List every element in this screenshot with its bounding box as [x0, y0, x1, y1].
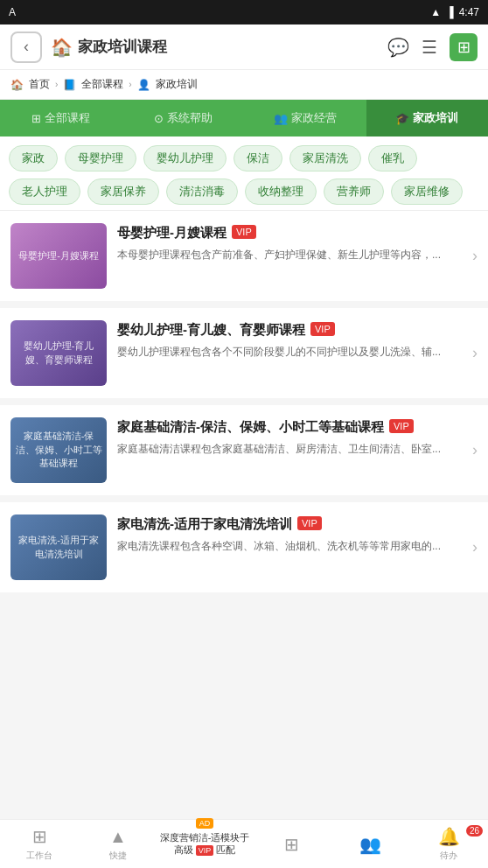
course-info-4: 家电清洗-适用于家电清洗培训 VIP 家电清洗课程包含各种空调、冰箱、油烟机、洗…	[117, 514, 462, 555]
breadcrumb-all[interactable]: 全部课程	[81, 77, 123, 92]
tab-navigation: ⊞ 全部课程 ⊙ 系统帮助 👥 家政经营 🎓 家政培训	[0, 100, 488, 136]
tab-manage-icon: 👥	[274, 112, 288, 125]
page-title: 🏠 家政培训课程	[51, 37, 379, 58]
signal-icon: ▐	[446, 6, 454, 18]
vip-badge-4: VIP	[297, 516, 322, 530]
breadcrumb-current: 家政培训	[156, 77, 198, 92]
bottom-navigation: ⊞ 工作台 ▲ 快捷 AD 深度营销洁-适模块于高级 VIP 匹配 ⊞ 👥 🔔 …	[0, 819, 488, 868]
thumb-image-2: 婴幼儿护理-育儿嫂、育婴师课程	[10, 320, 107, 386]
person-icon: 👤	[137, 79, 150, 91]
workbench-icon: ⊞	[32, 826, 47, 847]
cat-tag-6[interactable]: 老人护理	[9, 178, 80, 205]
time-display: 4:47	[459, 6, 479, 18]
cat-tag-11[interactable]: 家居维修	[391, 178, 463, 205]
workbench-label: 工作台	[26, 850, 52, 862]
grid-action-button[interactable]: ⊞	[450, 33, 478, 61]
grid-nav-icon: ⊞	[284, 834, 299, 855]
course-info-1: 母婴护理-月嫂课程 VIP 本母婴护理课程包含产前准备、产妇护理保健、新生儿护理…	[117, 223, 462, 263]
course-desc-1: 本母婴护理课程包含产前准备、产妇护理保健、新生儿护理等内容，...	[117, 247, 462, 263]
cat-tag-7[interactable]: 家居保养	[87, 178, 159, 205]
tab-manage-label: 家政经营	[291, 110, 337, 126]
thumb-image-1: 母婴护理-月嫂课程	[10, 223, 107, 289]
course-title-row-2: 婴幼儿护理-育儿嫂、育婴师课程 VIP	[117, 320, 462, 339]
contacts-icon: 👥	[359, 834, 381, 855]
course-info-3: 家庭基础清洁-保洁、保姆、小时工等基础课程 VIP 家庭基础清洁课程包含家庭基础…	[117, 417, 462, 458]
thumb-image-4: 家电清洗-适用于家电清洗培训	[10, 514, 107, 580]
course-thumbnail-3: 家庭基础清洁-保洁、保姆、小时工等基础课程	[10, 417, 107, 483]
table-row[interactable]: 婴幼儿护理-育儿嫂、育婴师课程 婴幼儿护理-育儿嫂、育婴师课程 VIP 婴幼儿护…	[0, 308, 488, 398]
notify-label: 待办	[440, 850, 457, 862]
cat-tag-3[interactable]: 保洁	[234, 145, 282, 172]
cat-tag-9[interactable]: 收纳整理	[245, 178, 317, 205]
cat-tag-0[interactable]: 家政	[9, 145, 58, 172]
vip-badge-2: VIP	[310, 322, 335, 336]
course-thumbnail-2: 婴幼儿护理-育儿嫂、育婴师课程	[10, 320, 107, 386]
nav-quick[interactable]: ▲ 快捷	[79, 820, 157, 868]
nav-workbench[interactable]: ⊞ 工作台	[0, 820, 79, 868]
vip-badge-3: VIP	[389, 419, 414, 433]
tab-help-label: 系统帮助	[167, 110, 213, 126]
back-button[interactable]: ‹	[10, 32, 42, 63]
grid-icon: ⊞	[457, 38, 471, 57]
tab-all-label: 全部课程	[45, 110, 90, 126]
tab-system-help[interactable]: ⊙ 系统帮助	[122, 100, 245, 136]
course-title-1: 母婴护理-月嫂课程	[117, 223, 227, 242]
course-thumbnail-4: 家电清洗-适用于家电清洗培训	[10, 514, 107, 580]
vip-badge-1: VIP	[232, 225, 256, 239]
nav-notify[interactable]: 🔔 待办 26	[409, 820, 488, 868]
status-bar: A ▲ ▐ 4:47	[0, 0, 488, 24]
ad-text-2: 匹配	[216, 844, 235, 855]
tab-training-icon: 🎓	[395, 112, 409, 125]
status-right: ▲ ▐ 4:47	[430, 6, 479, 18]
message-icon[interactable]: 💬	[387, 37, 409, 58]
course-title-row-1: 母婴护理-月嫂课程 VIP	[117, 223, 462, 242]
course-desc-2: 婴幼儿护理课程包含各个不同阶段婴儿的不同护理以及婴儿洗澡、辅...	[117, 344, 462, 360]
course-title-row-3: 家庭基础清洁-保洁、保姆、小时工等基础课程 VIP	[117, 417, 462, 436]
course-title-3: 家庭基础清洁-保洁、保姆、小时工等基础课程	[117, 417, 384, 436]
tab-all-icon: ⊞	[31, 112, 41, 125]
menu-icon[interactable]: ☰	[422, 37, 437, 58]
tab-help-icon: ⊙	[154, 112, 164, 125]
header: ‹ 🏠 家政培训课程 💬 ☰ ⊞	[0, 24, 488, 70]
course-list: 母婴护理-月嫂课程 母婴护理-月嫂课程 VIP 本母婴护理课程包含产前准备、产妇…	[0, 211, 488, 592]
bell-icon: 🔔	[438, 826, 460, 847]
breadcrumb-home[interactable]: 首页	[29, 77, 50, 92]
home-icon: 🏠	[51, 37, 73, 58]
cat-tag-10[interactable]: 营养师	[324, 178, 384, 205]
table-row[interactable]: 母婴护理-月嫂课程 母婴护理-月嫂课程 VIP 本母婴护理课程包含产前准备、产妇…	[0, 211, 488, 301]
tab-all-courses[interactable]: ⊞ 全部课程	[0, 100, 122, 136]
table-row[interactable]: 家庭基础清洁-保洁、保姆、小时工等基础课程 家庭基础清洁-保洁、保姆、小时工等基…	[0, 405, 488, 495]
quick-label: 快捷	[109, 850, 127, 862]
course-info-2: 婴幼儿护理-育儿嫂、育婴师课程 VIP 婴幼儿护理课程包含各个不同阶段婴儿的不同…	[117, 320, 462, 360]
cat-tag-8[interactable]: 清洁消毒	[166, 178, 238, 205]
table-row[interactable]: 家电清洗-适用于家电清洗培训 家电清洗-适用于家电清洗培训 VIP 家电清洗课程…	[0, 502, 488, 592]
cat-tag-1[interactable]: 母婴护理	[65, 145, 136, 172]
chevron-right-icon-3: ›	[472, 441, 478, 459]
book-icon: 📘	[63, 79, 76, 91]
home-icon-breadcrumb: 🏠	[10, 79, 24, 91]
notify-badge: 26	[466, 825, 483, 836]
status-carrier: A	[9, 6, 16, 18]
nav-grid[interactable]: ⊞	[252, 820, 331, 868]
ad-label: AD	[196, 818, 214, 829]
chevron-right-icon-1: ›	[472, 247, 478, 265]
cat-tag-5[interactable]: 催乳	[368, 145, 417, 172]
course-desc-4: 家电清洗课程包含各种空调、冰箱、油烟机、洗衣机等等常用家电的...	[117, 538, 462, 555]
cat-tag-4[interactable]: 家居清洗	[289, 145, 361, 172]
tab-training[interactable]: 🎓 家政培训	[366, 100, 489, 136]
ad-content: 深度营销洁-适模块于高级 VIP 匹配	[157, 831, 252, 857]
cat-tag-2[interactable]: 婴幼儿护理	[143, 145, 227, 172]
back-icon: ‹	[24, 38, 29, 56]
thumb-image-3: 家庭基础清洁-保洁、保姆、小时工等基础课程	[10, 417, 107, 483]
header-actions: 💬 ☰ ⊞	[387, 33, 478, 61]
tab-management[interactable]: 👥 家政经营	[244, 100, 366, 136]
category-section: 家政 母婴护理 婴幼儿护理 保洁 家居清洗 催乳 老人护理 家居保养 清洁消毒 …	[0, 136, 488, 211]
wifi-icon: ▲	[430, 6, 441, 18]
nav-contacts[interactable]: 👥	[331, 820, 409, 868]
breadcrumb: 🏠 首页 › 📘 全部课程 › 👤 家政培训	[0, 70, 488, 100]
chevron-right-icon-4: ›	[472, 538, 478, 556]
nav-ad[interactable]: AD 深度营销洁-适模块于高级 VIP 匹配	[157, 820, 252, 868]
vip-ad-badge: VIP	[196, 845, 214, 856]
breadcrumb-sep2: ›	[129, 80, 131, 89]
course-thumbnail-1: 母婴护理-月嫂课程	[10, 223, 107, 289]
